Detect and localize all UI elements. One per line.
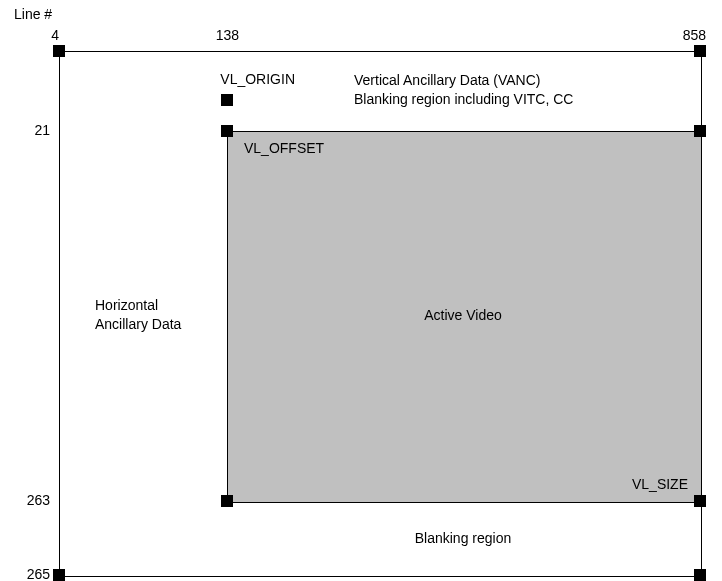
vanc-label-line1: Vertical Ancillary Data (VANC) xyxy=(354,72,540,90)
marker-outer-br xyxy=(694,569,706,581)
y-tick-mid: 263 xyxy=(27,492,50,510)
marker-inner-tr xyxy=(694,125,706,137)
marker-outer-tl xyxy=(53,45,65,57)
video-frame-layout-diagram: Line # 4 138 858 21 263 265 VL_ORIGIN Ve… xyxy=(0,0,722,581)
axis-title: Line # xyxy=(14,6,52,24)
x-tick-mid: 138 xyxy=(216,27,239,45)
marker-vl-origin xyxy=(221,94,233,106)
vl-origin-label: VL_ORIGIN xyxy=(220,71,295,89)
y-tick-bottom: 265 xyxy=(27,566,50,581)
marker-inner-bl xyxy=(221,495,233,507)
active-video-label: Active Video xyxy=(424,307,502,325)
vanc-label-line2: Blanking region including VITC, CC xyxy=(354,91,573,109)
vl-size-label: VL_SIZE xyxy=(632,476,688,494)
hanc-label-line2: Ancillary Data xyxy=(95,316,181,334)
x-tick-left: 4 xyxy=(51,27,59,45)
marker-inner-tl xyxy=(221,125,233,137)
marker-outer-tr xyxy=(694,45,706,57)
marker-outer-bl xyxy=(53,569,65,581)
y-tick-top: 21 xyxy=(34,122,50,140)
vl-offset-label: VL_OFFSET xyxy=(244,140,324,158)
x-tick-right: 858 xyxy=(683,27,706,45)
blanking-bottom-label: Blanking region xyxy=(415,530,512,548)
hanc-label-line1: Horizontal xyxy=(95,297,158,315)
marker-inner-br xyxy=(694,495,706,507)
